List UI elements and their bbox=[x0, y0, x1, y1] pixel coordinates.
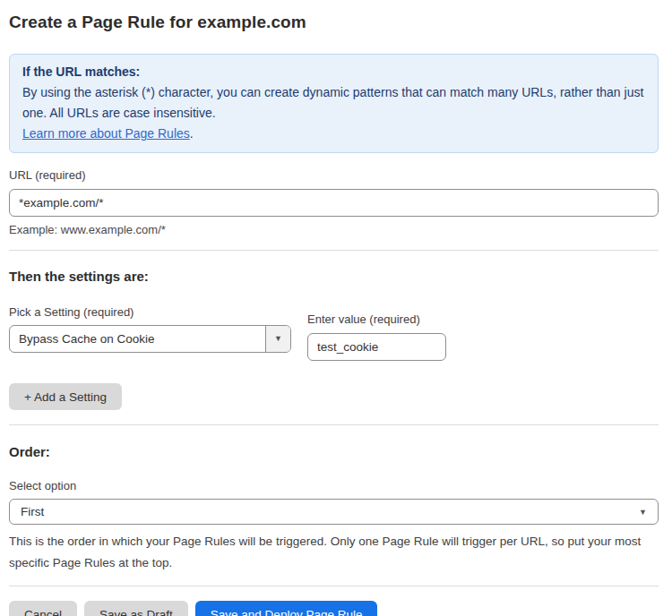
save-and-deploy-button[interactable]: Save and Deploy Page Rule bbox=[195, 601, 378, 616]
divider bbox=[9, 424, 659, 425]
info-box-heading: If the URL matches: bbox=[22, 62, 645, 82]
url-example-text: Example: www.example.com/* bbox=[9, 223, 659, 236]
order-select-label: Select option bbox=[9, 479, 659, 492]
setting-label: Pick a Setting (required) bbox=[9, 305, 291, 319]
setting-select-arrow-button[interactable]: ▼ bbox=[265, 326, 290, 352]
cancel-button[interactable]: Cancel bbox=[9, 601, 77, 616]
settings-heading: Then the settings are: bbox=[9, 269, 659, 284]
settings-row: Pick a Setting (required) Bypass Cache o… bbox=[9, 305, 659, 361]
form-actions: Cancel Save as Draft Save and Deploy Pag… bbox=[9, 601, 659, 616]
order-heading: Order: bbox=[9, 444, 659, 459]
setting-value-input[interactable] bbox=[307, 333, 446, 361]
setting-value-column: Enter value (required) bbox=[307, 312, 446, 361]
order-help-text: This is the order in which your Page Rul… bbox=[9, 531, 656, 574]
setting-picker-column: Pick a Setting (required) Bypass Cache o… bbox=[9, 305, 291, 353]
url-label: URL (required) bbox=[9, 168, 659, 182]
order-select[interactable]: First ▼ bbox=[9, 499, 659, 525]
setting-select-value: Bypass Cache on Cookie bbox=[10, 326, 265, 352]
chevron-down-icon: ▼ bbox=[639, 508, 647, 516]
save-as-draft-button[interactable]: Save as Draft bbox=[84, 601, 188, 616]
learn-more-link[interactable]: Learn more about Page Rules bbox=[22, 126, 190, 141]
divider bbox=[9, 250, 659, 251]
page-title: Create a Page Rule for example.com bbox=[9, 13, 659, 32]
page-rule-form: Create a Page Rule for example.com If th… bbox=[0, 13, 672, 616]
url-matches-info-box: If the URL matches: By using the asteris… bbox=[9, 54, 659, 153]
order-select-value: First bbox=[10, 500, 658, 524]
link-period: . bbox=[190, 126, 194, 141]
setting-select[interactable]: Bypass Cache on Cookie ▼ bbox=[9, 325, 291, 353]
chevron-down-icon: ▼ bbox=[274, 335, 282, 343]
value-label: Enter value (required) bbox=[307, 312, 446, 326]
divider bbox=[9, 586, 659, 586]
info-box-body: By using the asterisk (*) character, you… bbox=[22, 82, 645, 124]
add-setting-button[interactable]: + Add a Setting bbox=[9, 383, 122, 410]
info-box-link-line: Learn more about Page Rules. bbox=[22, 124, 645, 144]
url-input[interactable] bbox=[9, 189, 659, 217]
